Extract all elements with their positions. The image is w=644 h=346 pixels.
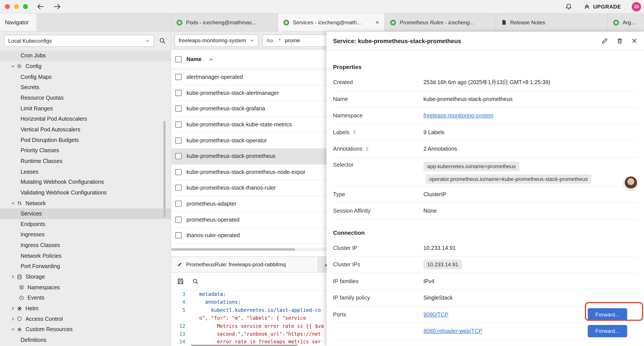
drawer-title: Service: kube-prometheus-stack-prometheu… (333, 37, 461, 44)
sidebar-item-port-forwarding[interactable]: Port Forwarding (0, 261, 171, 272)
sidebar-item-config-maps[interactable]: Config Maps (0, 72, 171, 82)
sidebar-item-config[interactable]: Config (0, 61, 171, 72)
sidebar-item-limit-ranges[interactable]: Limit Ranges (0, 103, 171, 114)
sidebar-item-pod-disruption-budgets[interactable]: Pod Disruption Budgets (0, 135, 171, 145)
sidebar-item-horizontal-pod-autoscalers[interactable]: Horizontal Pod Autoscalers (0, 114, 171, 124)
port-link-8080-reloader-web[interactable]: 8080:reloader-web/TCP (424, 328, 482, 334)
bell-icon[interactable] (565, 3, 572, 10)
sidebar-item-resource-quotas[interactable]: Resource Quotas (0, 93, 171, 103)
tab-release-notes[interactable]: Release Notes (496, 13, 608, 31)
sidebar-item-cron-jobs[interactable]: Cron Jobs (0, 50, 171, 61)
sidebar-item-access-control[interactable]: Access Control (0, 314, 171, 324)
tab-label: Release Notes (510, 19, 545, 25)
kubeconfig-selector[interactable]: Local Kubeconfigs (4, 34, 154, 46)
namespace-filter[interactable]: freeleaps-monitoring-system (174, 34, 258, 46)
select-all-checkbox[interactable] (175, 56, 182, 62)
row-checkbox[interactable] (175, 90, 182, 96)
editor-search-icon[interactable] (192, 278, 199, 285)
tab-close-icon[interactable] (375, 20, 380, 25)
scrollbar-thumb[interactable] (171, 248, 295, 251)
tab-prometheus-rules[interactable]: Prometheus Rules - icecheng... (385, 13, 496, 31)
avatar[interactable] (624, 176, 638, 190)
port-link-9090[interactable]: 9090/TCP (424, 311, 448, 318)
sidebar-toolbar: Local Kubeconfigs (0, 31, 171, 49)
tab-services[interactable]: Services - icecheng@math... (278, 13, 385, 31)
sidebar-item-storage[interactable]: Storage (0, 272, 171, 282)
tab-argo[interactable]: Argo Se (608, 13, 644, 31)
edit-icon[interactable] (601, 37, 608, 44)
line-number: 5 (171, 306, 191, 314)
close-icon[interactable] (631, 38, 638, 44)
chevron-down-icon[interactable] (10, 64, 16, 68)
table-header-name[interactable]: Name (186, 56, 202, 62)
forward-icon[interactable] (54, 4, 61, 9)
sidebar-item-runtime-classes[interactable]: Runtime Classes (0, 156, 171, 166)
editor-horizontal-scrollbar[interactable] (191, 345, 298, 346)
sidebar-item-helm[interactable]: Helm (0, 303, 171, 314)
sidebar-item-endpoints[interactable]: Endpoints (0, 219, 171, 230)
sidebar-item-vertical-pod-autoscalers[interactable]: Vertical Pod Autoscalers (0, 124, 171, 135)
sidebar-item-services[interactable]: Services (0, 209, 171, 219)
sidebar-item-definitions[interactable]: Definitions (0, 335, 171, 345)
forward-button-9090[interactable]: Forward... (588, 308, 627, 321)
traffic-light-minimize[interactable] (14, 4, 19, 9)
traffic-light-zoom[interactable] (23, 4, 28, 9)
dock-tab-prometheusrule[interactable]: PrometheusRule: freeleaps-prod-rabbitmq (171, 257, 318, 272)
forward-button-8080[interactable]: Forward... (588, 325, 627, 337)
navigator-header: Navigator (0, 13, 171, 31)
tab-label: Services - icecheng@math... (293, 19, 361, 25)
row-checkbox[interactable] (175, 122, 182, 128)
regex-toggle[interactable]: .* (277, 37, 281, 43)
gear-icon (16, 63, 22, 69)
expand-toggle-icon[interactable] (365, 146, 369, 151)
sidebar-scrollbar[interactable] (164, 121, 166, 217)
sidebar-item-events[interactable]: Events (0, 293, 171, 303)
row-checkbox[interactable] (175, 106, 182, 112)
sort-caret-up-icon[interactable] (208, 57, 213, 61)
sidebar-item-network-policies[interactable]: Network Policies (0, 251, 171, 261)
row-checkbox[interactable] (175, 153, 182, 159)
code-line: second.","runbook_url":"https://net (191, 330, 321, 338)
code-line: Metrics service error rate is {{ $va (191, 322, 324, 330)
code-line: kubectl.kubernetes.io/last-applied-co (191, 306, 321, 314)
sidebar-item-namespaces[interactable]: Namespaces (0, 282, 171, 293)
notification-badge[interactable]: 15 (632, 2, 641, 11)
sidebar-item-custom-resources[interactable]: Custom Resources (0, 324, 171, 335)
sidebar-item-ingresses[interactable]: Ingresses (0, 230, 171, 240)
chevron-down-icon[interactable] (10, 201, 16, 205)
namespace-link[interactable]: freeleaps-monitoring-system (424, 113, 494, 119)
sidebar-item-ingress-classes[interactable]: Ingress Classes (0, 240, 171, 251)
back-icon[interactable] (37, 4, 44, 9)
tab-pods[interactable]: Pods - icecheng@mathmas... (171, 13, 278, 31)
chevron-right-icon[interactable] (10, 275, 16, 279)
chevron-right-icon[interactable] (10, 317, 16, 321)
upgrade-button[interactable]: UPGRADE (584, 3, 621, 10)
row-checkbox[interactable] (175, 74, 182, 80)
trash-icon[interactable] (616, 37, 623, 44)
row-checkbox[interactable] (175, 201, 182, 207)
sidebar-item-leases[interactable]: Leases (0, 166, 171, 177)
horizontal-scrollbar[interactable] (171, 248, 326, 251)
row-checkbox[interactable] (175, 137, 182, 143)
sidebar-item-validating-webhook-configurations[interactable]: Validating Webhook Configurations (0, 187, 171, 198)
match-case-toggle[interactable]: Aa (266, 37, 273, 43)
sidebar-item-priority-classes[interactable]: Priority Classes (0, 145, 171, 156)
search-input[interactable]: Aa .* prome (262, 34, 332, 46)
line-number: 12 (171, 322, 191, 330)
save-icon[interactable] (177, 278, 184, 285)
traffic-light-close[interactable] (5, 4, 10, 9)
code-line: o", "for": "m", "labels": { "service (191, 315, 306, 322)
chevron-down-icon[interactable] (10, 327, 16, 332)
sidebar-search-icon[interactable] (159, 37, 166, 44)
row-checkbox[interactable] (175, 217, 182, 223)
row-checkbox[interactable] (175, 232, 182, 239)
row-checkbox[interactable] (175, 169, 182, 175)
navigator-tree: Cron Jobs Config Config Maps Secrets Res… (0, 50, 171, 345)
row-checkbox[interactable] (175, 185, 182, 191)
chevron-right-icon[interactable] (10, 306, 16, 311)
sidebar-item-network[interactable]: Network (0, 198, 171, 208)
expand-toggle-icon[interactable] (352, 130, 356, 135)
sidebar-item-secrets[interactable]: Secrets (0, 82, 171, 93)
property-row-ports-2: 8080:reloader-web/TCP Forward... (333, 323, 638, 340)
sidebar-item-mutating-webhook-configurations[interactable]: Mutating Webhook Configurations (0, 177, 171, 187)
